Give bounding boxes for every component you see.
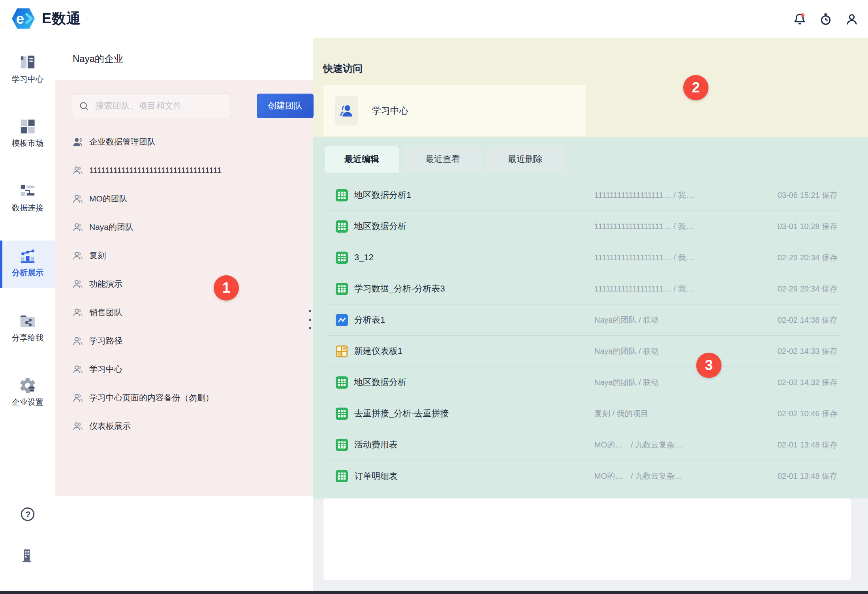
- quick-access-label: 学习中心: [372, 85, 408, 136]
- team-search-row: 创建团队: [72, 94, 297, 118]
- recent-file-list: 地区数据分析1 111111111111111111… / 我… 03-06 1…: [327, 180, 840, 492]
- file-name: 学习数据_分析-分析表3: [354, 283, 445, 295]
- sheet-icon: [336, 189, 348, 201]
- sidebar-item-shared-with-me[interactable]: 分享给我: [0, 306, 55, 353]
- file-path: 111111111111111111… / 我…: [594, 252, 736, 263]
- file-time: 02-02 14:33 保存: [778, 346, 838, 357]
- sidebar-item-analysis-display[interactable]: 分析展示: [0, 241, 55, 288]
- file-path: 复刻 / 我的项目: [594, 408, 736, 419]
- file-name: 活动费用表: [354, 439, 398, 451]
- file-name: 地区数据分析: [354, 376, 406, 388]
- file-name: 3_12: [354, 252, 374, 263]
- file-row[interactable]: 去重拼接_分析-去重拼接 复刻 / 我的项目 02-02 10:46 保存: [327, 398, 840, 429]
- enterprise-title: Naya的企业: [73, 53, 123, 65]
- team-name: 销售团队: [89, 307, 122, 318]
- file-row[interactable]: 活动费用表 MO的… / 九数云复杂… 02-01 13:48 保存: [327, 429, 840, 461]
- people-outline-icon: [72, 250, 84, 261]
- chart-icon: [336, 314, 348, 326]
- people-outline-icon: [72, 420, 84, 432]
- stopwatch-icon[interactable]: [818, 12, 833, 27]
- file-row[interactable]: 订单明细表 MO的… / 九数云复杂… 02-01 13:48 保存: [327, 461, 840, 492]
- organization-button[interactable]: [0, 547, 55, 570]
- file-row[interactable]: 地区数据分析1 111111111111111111… / 我… 03-06 1…: [327, 180, 840, 211]
- brand[interactable]: E数通: [10, 6, 81, 32]
- team-search-box[interactable]: [72, 94, 231, 118]
- team-list: 企业数据管理团队 1111111111111111111111111111111…: [55, 128, 313, 440]
- file-row[interactable]: 新建仪表板1 Naya的团队 / 联动 02-02 14:33 保存: [327, 336, 840, 367]
- sheet-icon: [336, 408, 348, 420]
- file-path: MO的… / 九数云复杂…: [594, 440, 736, 450]
- team-row[interactable]: 仪表板展示: [55, 412, 313, 440]
- tab-recent-edited[interactable]: 最近编辑: [325, 146, 399, 173]
- book-icon: [19, 53, 37, 71]
- file-path: Naya的团队 / 联动: [594, 315, 736, 325]
- people-outline-icon: [72, 193, 84, 205]
- search-icon: [79, 101, 90, 112]
- sheet-icon: [336, 220, 348, 233]
- content-card: [323, 498, 851, 580]
- sidebar-item-template-market[interactable]: 模板市场: [0, 111, 55, 158]
- team-name: 仪表板展示: [89, 421, 131, 432]
- team-name: 功能演示: [89, 278, 122, 289]
- annotation-marker-2: 2: [683, 75, 708, 100]
- file-name: 地区数据分析1: [354, 189, 411, 201]
- sidebar-item-label: 企业设置: [0, 397, 55, 408]
- quick-access-tile: [335, 96, 358, 126]
- team-row[interactable]: 销售团队: [55, 298, 313, 327]
- file-time: 02-29 20:34 保存: [778, 252, 838, 263]
- file-row[interactable]: 学习数据_分析-分析表3 111111111111111111… / 我… 02…: [327, 273, 840, 305]
- file-time: 02-01 13:48 保存: [778, 471, 838, 481]
- team-row[interactable]: 功能演示: [55, 270, 313, 298]
- team-row[interactable]: 学习中心页面的内容备份（勿删）: [55, 383, 313, 412]
- team-row[interactable]: 学习中心: [55, 355, 313, 383]
- team-row[interactable]: 111111111111111111111111111111111: [55, 156, 313, 184]
- file-time: 02-29 20:34 保存: [778, 284, 838, 294]
- people-outline-icon: [72, 278, 84, 290]
- team-row[interactable]: 复刻: [55, 241, 313, 270]
- quick-access-highlight-region: 快速访问 学习中心: [313, 38, 868, 137]
- topbar-actions: [792, 0, 859, 38]
- people-outline-icon: [72, 306, 84, 318]
- file-time: 03-06 15:21 保存: [778, 190, 838, 201]
- file-time: 02-02 14:38 保存: [778, 315, 838, 325]
- file-row[interactable]: 分析表1 Naya的团队 / 联动 02-02 14:38 保存: [327, 305, 840, 336]
- search-input[interactable]: [94, 94, 225, 118]
- app-root: e: [0, 0, 868, 594]
- people-outline-icon: [72, 335, 84, 347]
- file-path: 111111111111111111… / 我…: [594, 284, 736, 294]
- bell-icon[interactable]: [792, 12, 807, 27]
- team-user-icon: [338, 102, 355, 119]
- file-time: 02-01 13:48 保存: [778, 440, 838, 450]
- sidebar-item-enterprise-settings[interactable]: 企业设置: [0, 370, 55, 417]
- file-path: Naya的团队 / 联动: [594, 377, 736, 388]
- team-name: 学习中心: [89, 364, 122, 375]
- recent-tabs: 最近编辑 最近查看 最近删除: [325, 146, 564, 173]
- team-panel-highlight-region: 创建团队 企业数据管理团队 11111111111111111111111111…: [55, 80, 313, 496]
- create-team-button[interactable]: 创建团队: [257, 94, 314, 118]
- file-row[interactable]: 地区数据分析 111111111111111111… / 我… 03-01 10…: [327, 211, 840, 242]
- tab-recent-deleted[interactable]: 最近删除: [487, 146, 564, 173]
- panel-resize-handle[interactable]: [308, 310, 312, 329]
- team-row[interactable]: 企业数据管理团队: [55, 128, 313, 156]
- file-name: 分析表1: [354, 314, 385, 326]
- sidebar-item-learning-center[interactable]: 学习中心: [0, 47, 55, 94]
- brand-name: E数通: [42, 9, 81, 28]
- file-row[interactable]: 地区数据分析 Naya的团队 / 联动 02-02 14:32 保存: [327, 367, 840, 398]
- user-icon[interactable]: [844, 12, 859, 27]
- quick-access-card-learning-center[interactable]: 学习中心: [323, 85, 586, 136]
- team-row[interactable]: Naya的团队: [55, 213, 313, 241]
- team-row[interactable]: 学习路径: [55, 327, 313, 355]
- sidebar-item-data-connect[interactable]: 数据连接: [0, 176, 55, 223]
- sidebar-item-label: 分析展示: [0, 267, 55, 278]
- team-name: 学习中心页面的内容备份（勿删）: [89, 392, 214, 403]
- tab-recent-viewed[interactable]: 最近查看: [404, 146, 482, 173]
- file-name: 地区数据分析: [354, 220, 406, 232]
- team-row[interactable]: MO的团队: [55, 184, 313, 213]
- file-row[interactable]: 3_12 111111111111111111… / 我… 02-29 20:3…: [327, 242, 840, 273]
- recent-files-highlight-region: 最近编辑 最近查看 最近删除 地区数据分析1 11111111111111111…: [313, 137, 868, 498]
- sheet-icon: [336, 470, 348, 482]
- help-button[interactable]: [0, 506, 55, 528]
- gear-icon: [19, 376, 37, 395]
- annotation-marker-1: 1: [214, 275, 239, 301]
- person-filled-icon: [72, 136, 84, 148]
